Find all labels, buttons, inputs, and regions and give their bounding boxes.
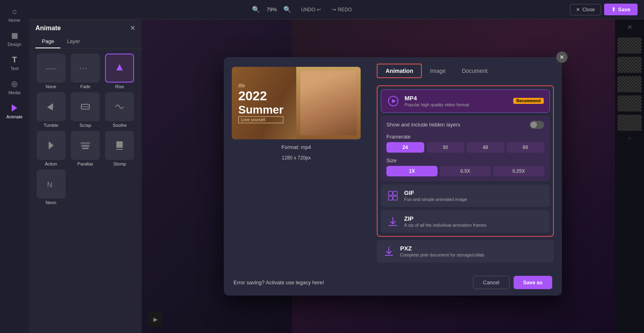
anim-action[interactable]: Action: [35, 131, 66, 166]
anim-tumble-label: Tumble: [44, 123, 58, 128]
sidebar-item-media[interactable]: ◎ Media: [2, 76, 27, 98]
framerate-buttons: 24 30 48 60: [386, 142, 544, 153]
framerate-label: Framerate: [386, 134, 544, 140]
stomp-icon-box: [105, 131, 134, 160]
anim-scrap[interactable]: Scrap: [70, 92, 101, 128]
toolbar-right: ✕ Close ⬆ Save: [570, 4, 638, 15]
preview-summer-text: Summer: [238, 103, 283, 116]
anim-parallax[interactable]: Parallax: [70, 131, 101, 166]
panel-close-button[interactable]: ✕: [130, 24, 135, 32]
text-icon: T: [10, 55, 19, 64]
canvas-wrapper: ▶ ✕ + ✕: [142, 19, 644, 333]
svg-rect-15: [388, 191, 392, 195]
zoom-out-button[interactable]: 🔍: [250, 4, 262, 15]
svg-marker-6: [49, 141, 54, 149]
tab-document[interactable]: Document: [454, 64, 495, 78]
close-button[interactable]: ✕ Close: [570, 4, 601, 15]
anim-stomp[interactable]: Stomp: [104, 131, 135, 166]
close-x-icon: ✕: [576, 7, 580, 12]
preview-dims: 1280 x 720px: [282, 155, 311, 161]
anim-fade-label: Fade: [80, 84, 90, 89]
svg-rect-10: [116, 141, 123, 148]
none-icon-box: —: [37, 54, 66, 83]
mp4-icon: [387, 95, 400, 108]
modal-backdrop: ✕ life 2022 Sum: [142, 19, 644, 333]
framerate-btn-48[interactable]: 48: [466, 142, 504, 153]
format-options-box: MP4 Popular high quality video format Re…: [377, 85, 554, 237]
mp4-name: MP4: [405, 95, 508, 101]
format-option-gif[interactable]: GIF Fun and simple animated image: [381, 184, 550, 207]
anim-fade[interactable]: ⋯ Fade: [70, 54, 101, 89]
svg-text:N: N: [47, 181, 52, 189]
preview-photo-figure: [300, 71, 357, 135]
tumble-icon-box: [37, 92, 66, 121]
sidebar-item-label: Media: [8, 90, 21, 95]
anim-parallax-label: Parallax: [77, 161, 93, 166]
framerate-btn-60[interactable]: 60: [507, 142, 545, 153]
sidebar: ⌂ Home ▦ Design T Text ◎ Media Animate: [0, 0, 29, 333]
recommend-badge: Recommend: [513, 98, 544, 104]
modal-close-button[interactable]: ✕: [556, 52, 568, 63]
preview-text-block: life 2022 Summer Love yourself.: [238, 83, 283, 123]
save-as-button[interactable]: Save as: [514, 276, 552, 289]
hidden-layers-toggle[interactable]: [530, 121, 544, 129]
sidebar-item-text[interactable]: T Text: [2, 52, 27, 74]
parallax-icon-box: [71, 131, 100, 160]
modal-tabs: Animation Image Document: [377, 64, 554, 79]
tab-animation[interactable]: Animation: [377, 64, 422, 78]
top-toolbar: 🔍 79% 🔍 UNDO ↩ ↪ REDO ✕ Close ⬆ Save: [29, 0, 644, 19]
zip-info: ZIP A zip of all the individual animatio…: [404, 215, 544, 228]
svg-rect-8: [81, 145, 89, 147]
sidebar-item-animate[interactable]: Animate: [2, 100, 27, 122]
tab-layer[interactable]: Layer: [60, 35, 87, 48]
modal-preview: life 2022 Summer Love yourself.: [224, 57, 369, 269]
size-btn-05x[interactable]: 0.5X: [440, 166, 491, 176]
modal-body: life 2022 Summer Love yourself.: [224, 57, 562, 269]
undo-button[interactable]: UNDO ↩: [298, 5, 324, 14]
preview-format: Format: mp4: [281, 144, 311, 150]
save-button[interactable]: ⬆ Save: [604, 4, 638, 15]
svg-marker-0: [12, 104, 17, 112]
anim-action-label: Action: [45, 161, 57, 166]
zoom-in-button[interactable]: 🔍: [282, 4, 293, 15]
hidden-layers-label: Show and include hidden layers: [386, 122, 460, 128]
format-option-zip[interactable]: ZIP A zip of all the individual animatio…: [381, 210, 550, 233]
redo-button[interactable]: ↪ REDO: [329, 5, 355, 14]
svg-text:⋯: ⋯: [79, 64, 87, 72]
svg-rect-17: [388, 196, 392, 200]
sidebar-item-home[interactable]: ⌂ Home: [2, 3, 27, 26]
anim-rise[interactable]: Rise: [104, 54, 135, 89]
size-btn-025x[interactable]: 0.25X: [493, 166, 544, 176]
anim-soothe[interactable]: Soothe: [104, 92, 135, 128]
cancel-button[interactable]: Cancel: [473, 276, 509, 289]
svg-marker-3: [47, 101, 56, 110]
svg-rect-16: [393, 191, 397, 195]
error-text: Error saving? Activate use legacy here!: [233, 279, 324, 285]
format-option-mp4[interactable]: MP4 Popular high quality video format Re…: [381, 89, 550, 113]
sidebar-item-label: Design: [8, 42, 21, 47]
soothe-icon-box: [105, 92, 134, 121]
size-btn-1x[interactable]: 1X: [386, 166, 438, 176]
panel-tabs: Page Layer: [29, 35, 142, 49]
left-panel: Animate ✕ Page Layer — None ⋯ Fade: [29, 19, 142, 333]
size-label: Size: [386, 157, 544, 163]
svg-marker-14: [392, 99, 396, 103]
anim-neon[interactable]: N Neon: [35, 170, 66, 205]
animation-grid: — None ⋯ Fade Rise: [29, 49, 142, 210]
tab-image[interactable]: Image: [422, 64, 454, 78]
framerate-btn-24[interactable]: 24: [386, 142, 424, 153]
mp4-desc: Popular high quality video format: [405, 102, 508, 107]
main-area: 🔍 79% 🔍 UNDO ↩ ↪ REDO ✕ Close ⬆ Save: [29, 0, 644, 333]
sidebar-item-design[interactable]: ▦ Design: [2, 27, 27, 50]
anim-none[interactable]: — None: [35, 54, 66, 89]
neon-icon-box: N: [37, 170, 66, 199]
tab-page[interactable]: Page: [35, 35, 60, 48]
modal-footer-buttons: Cancel Save as: [473, 276, 552, 289]
framerate-btn-30[interactable]: 30: [427, 142, 464, 153]
format-option-pxz[interactable]: PXZ Complete pixlr document for storage/…: [377, 240, 554, 263]
anim-tumble[interactable]: Tumble: [35, 92, 66, 128]
pxz-name: PXZ: [400, 245, 548, 252]
svg-rect-18: [393, 196, 397, 200]
svg-marker-2: [116, 64, 123, 70]
modal-footer: Error saving? Activate use legacy here! …: [224, 269, 562, 296]
